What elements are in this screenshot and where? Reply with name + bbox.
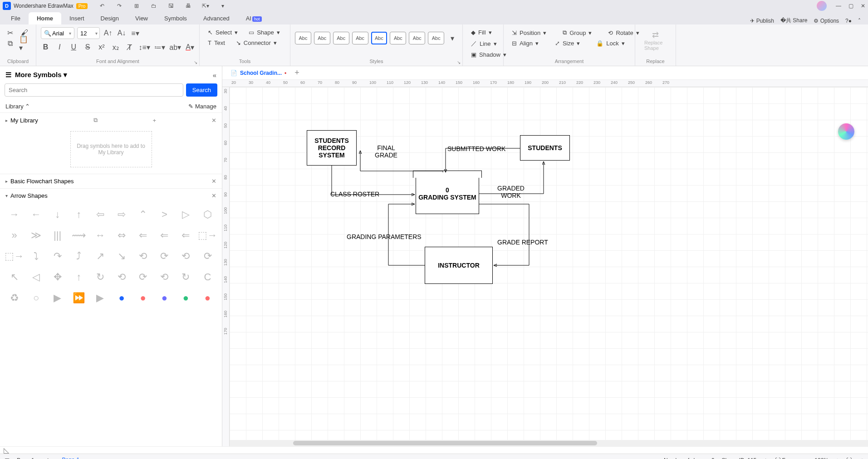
menu-file[interactable]: File	[3, 12, 29, 24]
arrow-shape-34[interactable]: ↻	[91, 268, 109, 286]
font-name-select[interactable]: 🔍Arial	[41, 27, 74, 39]
page-tab-1[interactable]: Page-1	[57, 455, 84, 459]
close-lib-icon[interactable]: ✕	[211, 117, 216, 124]
save-icon[interactable]: 🖫	[166, 0, 177, 11]
arrow-shape-26[interactable]: ⟲	[134, 247, 152, 265]
arrow-shape-20[interactable]: ⬚→	[5, 247, 24, 265]
close-section-icon[interactable]: ✕	[211, 178, 216, 185]
style-6[interactable]: Abc	[390, 32, 406, 44]
align-icon[interactable]: ≡▾	[130, 28, 141, 39]
connector-tool[interactable]: ↘ Connector ▾	[232, 38, 280, 48]
style-8[interactable]: Abc	[428, 32, 444, 44]
shape-grading-system[interactable]: 0 GRADING SYSTEM	[416, 173, 479, 214]
menu-insert[interactable]: Insert	[61, 12, 93, 24]
canvas[interactable]: STUDENTS RECORD SYSTEM STUDENTS 0 GRADIN…	[230, 87, 868, 440]
user-avatar[interactable]	[817, 1, 827, 11]
menu-home[interactable]: Home	[29, 12, 61, 24]
lock-tool[interactable]: 🔒 Lock ▾	[593, 38, 628, 49]
bullets-icon[interactable]: ≔▾	[154, 42, 165, 53]
zoom-level[interactable]: 100%	[814, 457, 829, 459]
symbol-search-button[interactable]: Search	[186, 83, 217, 97]
options-button[interactable]: ⚙ Options	[814, 18, 839, 24]
arrow-shape-4[interactable]: ⇦	[91, 205, 109, 224]
menu-design[interactable]: Design	[93, 12, 127, 24]
arrow-shape-1[interactable]: ←	[27, 205, 45, 224]
font-size-select[interactable]: 12	[77, 27, 100, 39]
shape-students[interactable]: STUDENTS	[520, 135, 570, 161]
shadow-tool[interactable]: ▣ Shadow ▾	[467, 49, 499, 60]
arrow-shape-22[interactable]: ↷	[48, 247, 67, 265]
copy-icon[interactable]: ⧉	[5, 38, 15, 49]
arrow-shape-15[interactable]: ⇔	[113, 226, 131, 244]
minimize-icon[interactable]: —	[836, 3, 841, 9]
menu-advanced[interactable]: Advanced	[195, 12, 238, 24]
arrow-shape-16[interactable]: ⇐	[134, 226, 152, 244]
arrow-shape-5[interactable]: ⇨	[113, 205, 131, 224]
arrow-shape-46[interactable]: ●	[134, 289, 152, 307]
page-layout-icon[interactable]: ▥	[5, 457, 10, 459]
arrow-shape-23[interactable]: ⤴	[69, 247, 88, 265]
page-selector[interactable]: Page-1 ▾	[17, 457, 39, 459]
label-grading-parameters[interactable]: GRADING PARAMETERS	[347, 233, 422, 240]
label-class-roster[interactable]: CLASS ROSTER	[330, 190, 379, 198]
style-2[interactable]: Abc	[314, 32, 330, 44]
focus-button[interactable]: ⛶ Focus	[775, 457, 797, 459]
shape-instructor[interactable]: INSTRUCTOR	[425, 247, 493, 284]
zoom-out-button[interactable]: −	[804, 457, 807, 459]
arrow-shape-21[interactable]: ⤵	[27, 247, 45, 265]
zoom-in-button[interactable]: +	[836, 457, 839, 459]
superscript-icon[interactable]: x²	[97, 42, 107, 53]
close-section-icon[interactable]: ✕	[211, 192, 216, 199]
styles-more-icon[interactable]: ▾	[447, 33, 458, 44]
arrow-shape-18[interactable]: ⇐	[177, 226, 195, 244]
qat-more-icon[interactable]: ▾	[217, 0, 228, 11]
arrow-shape-47[interactable]: ●	[155, 289, 174, 307]
basic-flowchart-section[interactable]: Basic Flowchart Shapes	[10, 178, 74, 185]
arrow-shape-30[interactable]: ↖	[5, 268, 24, 286]
font-dialog-icon[interactable]: ↘	[194, 60, 197, 65]
maximize-icon[interactable]: ▢	[848, 3, 853, 9]
arrow-shape-6[interactable]: ⌃	[134, 205, 152, 224]
arrow-shape-25[interactable]: ↘	[113, 247, 131, 265]
arrow-shape-14[interactable]: ↔	[91, 226, 109, 244]
bold-icon[interactable]: B	[41, 42, 50, 53]
new-lib-icon[interactable]: +	[153, 117, 157, 124]
arrow-shape-38[interactable]: ↻	[177, 268, 195, 286]
arrow-shape-24[interactable]: ↗	[91, 247, 109, 265]
style-5[interactable]: Abc	[371, 32, 387, 44]
style-7[interactable]: Abc	[409, 32, 425, 44]
add-tab-button[interactable]: +	[294, 68, 299, 78]
arrow-shape-45[interactable]: ●	[113, 289, 131, 307]
arrow-shape-10[interactable]: »	[5, 226, 24, 244]
arrow-shapes-section[interactable]: Arrow Shapes	[10, 192, 48, 199]
style-4[interactable]: Abc	[352, 32, 368, 44]
horizontal-scrollbar[interactable]	[230, 440, 868, 446]
style-3[interactable]: Abc	[333, 32, 349, 44]
print-icon[interactable]: 🖶	[183, 0, 194, 11]
arrow-shape-19[interactable]: ⬚→	[198, 226, 217, 244]
clear-format-icon[interactable]: T̸	[125, 42, 134, 53]
underline-icon[interactable]: U	[69, 42, 78, 53]
arrow-shape-40[interactable]: ♻	[5, 289, 24, 307]
arrow-shape-43[interactable]: ⏩	[69, 289, 88, 307]
arrow-shape-49[interactable]: ●	[198, 289, 217, 307]
position-tool[interactable]: ⇲ Position ▾	[508, 28, 550, 38]
arrow-shape-33[interactable]: ↑	[69, 268, 88, 286]
group-tool[interactable]: ⧉ Group ▾	[559, 27, 595, 38]
add-to-lib-icon[interactable]: ⧉	[93, 117, 98, 124]
export-icon[interactable]: ⇱▾	[200, 0, 211, 11]
fill-tool[interactable]: ◆ Fill ▾	[467, 27, 499, 38]
text-tool[interactable]: T Text	[204, 38, 229, 48]
arrow-shape-9[interactable]: ⬡	[198, 205, 217, 224]
new-icon[interactable]: ⊞	[131, 0, 142, 11]
arrow-shape-0[interactable]: →	[5, 205, 24, 224]
symbol-search-input[interactable]	[5, 83, 183, 97]
arrow-shape-13[interactable]: ⟿	[69, 226, 88, 244]
my-library-section[interactable]: My Library	[10, 117, 38, 124]
add-page-button[interactable]: +	[46, 456, 50, 459]
shape-students-record[interactable]: STUDENTS RECORD SYSTEM	[307, 130, 357, 166]
case-icon[interactable]: ab▾	[170, 42, 181, 53]
subscript-icon[interactable]: x₂	[111, 42, 120, 53]
ai-assistant-icon[interactable]	[838, 123, 854, 140]
arrow-shape-3[interactable]: ↑	[69, 205, 88, 224]
